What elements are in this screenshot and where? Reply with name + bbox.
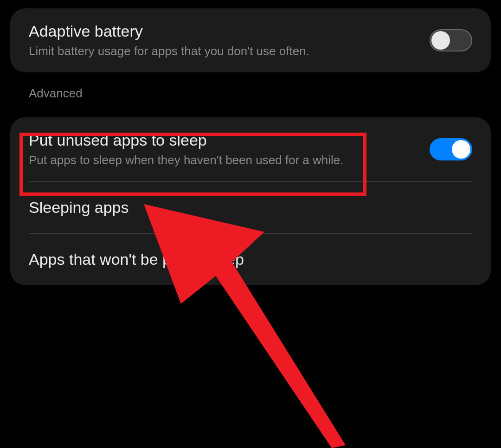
adaptive-battery-toggle[interactable]	[430, 29, 472, 51]
sleeping-apps-title: Sleeping apps	[29, 198, 472, 217]
adaptive-battery-row[interactable]: Adaptive battery Limit battery usage for…	[10, 8, 491, 72]
put-unused-sleep-toggle[interactable]	[430, 138, 472, 160]
put-unused-sleep-title: Put unused apps to sleep	[29, 131, 430, 149]
put-unused-sleep-text: Put unused apps to sleep Put apps to sle…	[29, 131, 430, 167]
apps-no-sleep-row[interactable]: Apps that won't be put to sleep	[10, 234, 491, 285]
toggle-knob	[452, 140, 470, 159]
settings-card-adaptive: Adaptive battery Limit battery usage for…	[10, 8, 491, 72]
sleeping-apps-row[interactable]: Sleeping apps	[10, 182, 491, 233]
sleeping-apps-text: Sleeping apps	[29, 198, 472, 217]
adaptive-battery-desc: Limit battery usage for apps that you do…	[29, 44, 430, 58]
apps-no-sleep-title: Apps that won't be put to sleep	[29, 250, 472, 269]
toggle-knob	[431, 31, 450, 50]
apps-no-sleep-text: Apps that won't be put to sleep	[29, 250, 472, 269]
put-unused-sleep-desc: Put apps to sleep when they haven't been…	[29, 153, 430, 167]
adaptive-battery-title: Adaptive battery	[29, 22, 430, 40]
settings-card-advanced: Put unused apps to sleep Put apps to sle…	[10, 117, 491, 285]
advanced-section-header: Advanced	[0, 72, 501, 109]
put-unused-sleep-row[interactable]: Put unused apps to sleep Put apps to sle…	[10, 117, 491, 181]
adaptive-battery-text: Adaptive battery Limit battery usage for…	[29, 22, 430, 58]
